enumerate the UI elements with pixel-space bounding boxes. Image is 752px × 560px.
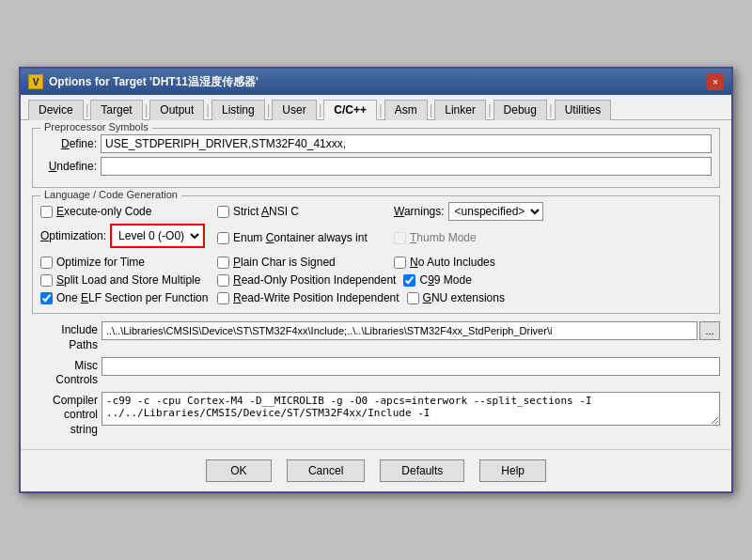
lang-gen-title: Language / Code Generation bbox=[40, 189, 181, 200]
undefine-input[interactable] bbox=[101, 157, 712, 176]
read-only-pos-checkbox[interactable] bbox=[217, 274, 229, 287]
preprocessor-group: Preprocessor Symbols Define: Undefine: bbox=[32, 128, 720, 188]
optimization-dropdown-wrap: Level 0 (-O0) Level 1 (-O1) Level 2 (-O2… bbox=[110, 224, 205, 248]
undefine-label: Undefine: bbox=[40, 160, 97, 173]
gnu-extensions-checkbox[interactable] bbox=[407, 292, 419, 304]
no-auto-includes-label: No Auto Includes bbox=[410, 256, 495, 269]
tab-output[interactable]: Output bbox=[149, 100, 204, 120]
optimize-time-label: Optimize for Time bbox=[56, 256, 145, 269]
thumb-mode-label: Thumb Mode bbox=[410, 231, 477, 244]
optimize-time-row: Optimize for Time bbox=[40, 255, 210, 270]
help-button[interactable]: Help bbox=[479, 459, 546, 482]
execute-only-row: Execute-only Code bbox=[40, 204, 210, 219]
preprocessor-group-title: Preprocessor Symbols bbox=[40, 121, 152, 132]
define-row: Define: bbox=[40, 134, 712, 153]
tab-cpp[interactable]: C/C++ bbox=[323, 100, 377, 120]
undefine-row: Undefine: bbox=[40, 157, 712, 176]
misc-controls-label: MiscControls bbox=[32, 357, 98, 388]
optimization-label: Optimization: bbox=[40, 229, 106, 242]
close-button[interactable]: × bbox=[707, 73, 724, 90]
cancel-button[interactable]: Cancel bbox=[287, 459, 365, 482]
tab-linker[interactable]: Linker bbox=[434, 100, 486, 120]
tab-asm[interactable]: Asm bbox=[384, 100, 428, 120]
bottom-buttons: OK Cancel Defaults Help bbox=[21, 449, 731, 491]
strict-ansi-label: Strict ANSI C bbox=[233, 205, 299, 218]
ok-button[interactable]: OK bbox=[206, 459, 272, 482]
strict-ansi-row: Strict ANSI C bbox=[217, 204, 386, 219]
include-paths-row: IncludePaths ... bbox=[32, 321, 720, 352]
include-paths-browse-button[interactable]: ... bbox=[699, 321, 720, 340]
tab-device[interactable]: Device bbox=[28, 100, 84, 120]
no-auto-includes-checkbox[interactable] bbox=[394, 257, 406, 269]
read-write-pos-label: Read-Write Position Independent bbox=[233, 291, 400, 304]
execute-only-label: Execute-only Code bbox=[56, 205, 151, 218]
read-only-pos-label: Read-Only Position Independent bbox=[233, 273, 396, 287]
include-paths-label: IncludePaths bbox=[32, 321, 98, 352]
tabs-bar: Device | Target | Output | Listing | Use… bbox=[21, 95, 731, 120]
define-label: Define: bbox=[40, 137, 97, 150]
thumb-mode-row: Thumb Mode bbox=[394, 230, 477, 245]
compiler-control-row: Compilercontrolstring -c99 -c -cpu Corte… bbox=[32, 392, 720, 438]
tab-listing[interactable]: Listing bbox=[212, 100, 265, 120]
include-paths-input[interactable] bbox=[102, 321, 697, 340]
tab-target[interactable]: Target bbox=[90, 100, 142, 120]
c99-mode-checkbox[interactable] bbox=[403, 274, 415, 287]
options-dialog: V Options for Target 'DHT11温湿度传感器' × Dev… bbox=[19, 67, 733, 492]
read-only-pos-row: Read-Only Position Independent bbox=[217, 272, 396, 288]
misc-controls-input-wrap bbox=[102, 357, 720, 376]
compiler-control-input-wrap: -c99 -c -cpu Cortex-M4 -D__MICROLIB -g -… bbox=[102, 392, 720, 426]
optimize-time-checkbox[interactable] bbox=[40, 257, 53, 269]
main-content: Preprocessor Symbols Define: Undefine: L… bbox=[21, 120, 731, 448]
title-bar: V Options for Target 'DHT11温湿度传感器' × bbox=[21, 69, 731, 95]
strict-ansi-checkbox[interactable] bbox=[217, 206, 229, 218]
dialog-title: Options for Target 'DHT11温湿度传感器' bbox=[49, 74, 258, 90]
split-load-label: Split Load and Store Multiple bbox=[56, 273, 200, 287]
plain-char-label: Plain Char is Signed bbox=[233, 256, 336, 269]
c99-mode-row: C99 Mode bbox=[403, 272, 471, 288]
tab-user[interactable]: User bbox=[272, 100, 316, 120]
compiler-control-label: Compilercontrolstring bbox=[32, 392, 98, 438]
misc-controls-row: MiscControls bbox=[32, 357, 720, 388]
tab-utilities[interactable]: Utilities bbox=[555, 100, 612, 120]
one-elf-label: One ELF Section per Function bbox=[56, 291, 208, 304]
tab-debug[interactable]: Debug bbox=[494, 100, 547, 120]
plain-char-row: Plain Char is Signed bbox=[217, 255, 386, 270]
execute-only-checkbox[interactable] bbox=[40, 206, 53, 218]
c99-mode-label: C99 Mode bbox=[419, 273, 471, 287]
enum-container-label: Enum Container always int bbox=[233, 231, 368, 244]
warnings-row: Warnings: <unspecified> All Warnings No … bbox=[394, 202, 543, 221]
warnings-select[interactable]: <unspecified> All Warnings No Warnings bbox=[448, 202, 543, 221]
enum-container-checkbox[interactable] bbox=[217, 232, 229, 244]
gnu-extensions-row: GNU extensions bbox=[407, 290, 505, 305]
compiler-control-textarea[interactable]: -c99 -c -cpu Cortex-M4 -D__MICROLIB -g -… bbox=[102, 392, 720, 426]
define-input[interactable] bbox=[101, 134, 712, 153]
lang-gen-group: Language / Code Generation Execute-only … bbox=[32, 195, 720, 314]
one-elf-checkbox[interactable] bbox=[40, 292, 53, 304]
optimization-select[interactable]: Level 0 (-O0) Level 1 (-O1) Level 2 (-O2… bbox=[113, 226, 202, 245]
app-icon: V bbox=[28, 74, 43, 89]
one-elf-row: One ELF Section per Function bbox=[40, 290, 210, 305]
warnings-label: Warnings: bbox=[394, 205, 445, 218]
no-auto-includes-row: No Auto Includes bbox=[394, 255, 495, 270]
include-paths-input-wrap: ... bbox=[102, 321, 720, 340]
gnu-extensions-label: GNU extensions bbox=[423, 291, 505, 304]
read-write-pos-row: Read-Write Position Independent bbox=[217, 290, 400, 305]
read-write-pos-checkbox[interactable] bbox=[217, 292, 229, 304]
thumb-mode-checkbox[interactable] bbox=[394, 232, 406, 244]
defaults-button[interactable]: Defaults bbox=[380, 459, 464, 482]
misc-controls-input[interactable] bbox=[102, 357, 720, 376]
plain-char-checkbox[interactable] bbox=[217, 257, 229, 269]
enum-container-row: Enum Container always int bbox=[217, 230, 386, 245]
split-load-checkbox[interactable] bbox=[40, 274, 53, 287]
split-load-row: Split Load and Store Multiple bbox=[40, 272, 210, 288]
optimization-row: Optimization: Level 0 (-O0) Level 1 (-O1… bbox=[40, 224, 210, 248]
